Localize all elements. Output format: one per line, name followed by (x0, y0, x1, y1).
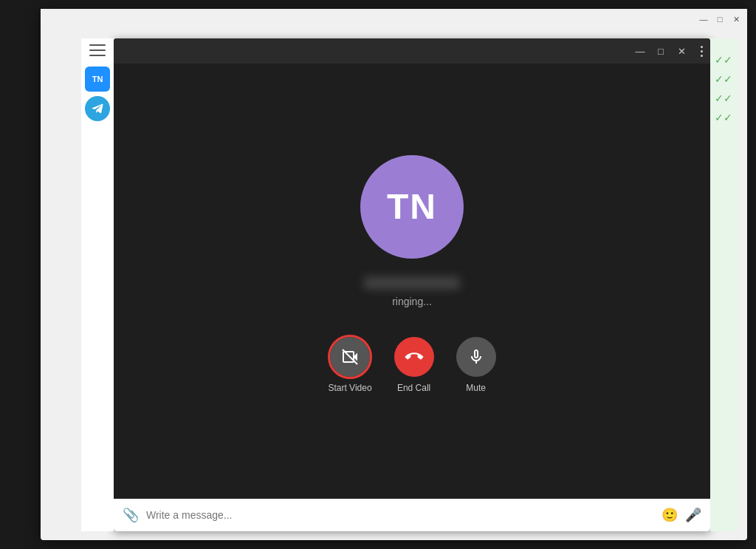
outer-maximize-button[interactable]: □ (715, 14, 725, 24)
call-area: TN ringing... Start Video (114, 64, 710, 499)
inner-close-button[interactable]: ✕ (676, 45, 687, 57)
start-video-label: Start Video (328, 383, 371, 393)
hamburger-menu[interactable] (89, 44, 106, 56)
contact-name-blurred (364, 276, 460, 290)
avatar-initials: TN (387, 186, 437, 227)
outer-close-button[interactable]: ✕ (731, 14, 741, 24)
end-call-button[interactable] (385, 328, 441, 384)
mute-button[interactable] (456, 337, 496, 377)
start-video-button[interactable] (330, 337, 370, 377)
message-bar: 📎 🙂 🎤 (114, 499, 710, 531)
phone-icon (402, 344, 427, 369)
end-call-label: End Call (397, 383, 430, 393)
check-item: ✓✓ (713, 72, 735, 86)
emoji-icon[interactable]: 🙂 (662, 507, 678, 523)
message-input[interactable] (146, 509, 654, 521)
call-controls: Start Video End Call (328, 337, 495, 393)
inner-minimize-button[interactable]: — (634, 45, 646, 57)
start-video-control: Start Video (328, 337, 371, 393)
microphone-icon (467, 348, 485, 366)
check-item: ✓✓ (713, 92, 735, 105)
check-item: ✓✓ (713, 111, 735, 124)
outer-minimize-button[interactable]: — (698, 14, 709, 24)
sidebar: TN (81, 38, 114, 531)
three-dots-menu[interactable] (701, 46, 703, 57)
sidebar-tn-avatar[interactable]: TN (85, 67, 110, 92)
attach-icon[interactable]: 📎 (123, 507, 139, 523)
check-item: ✓✓ (713, 53, 735, 67)
mute-label: Mute (466, 383, 486, 393)
call-status: ringing... (392, 296, 432, 307)
end-call-control: End Call (394, 337, 434, 393)
mute-control: Mute (456, 337, 496, 393)
outer-titlebar: — □ ✕ (41, 9, 747, 30)
right-panel: ✓✓ ✓✓ ✓✓ ✓✓ (710, 38, 738, 531)
video-off-icon (341, 348, 359, 366)
outer-window: — □ ✕ TN ✓✓ ✓✓ ✓✓ ✓✓ — □ ✕ (41, 9, 747, 540)
inner-maximize-button[interactable]: □ (655, 45, 667, 57)
call-window: — □ ✕ TN ringing... (114, 38, 710, 531)
inner-titlebar: — □ ✕ (114, 38, 710, 64)
contact-avatar: TN (360, 155, 464, 259)
microphone-bar-icon[interactable]: 🎤 (685, 507, 701, 523)
sidebar-telegram-icon[interactable] (85, 96, 110, 121)
